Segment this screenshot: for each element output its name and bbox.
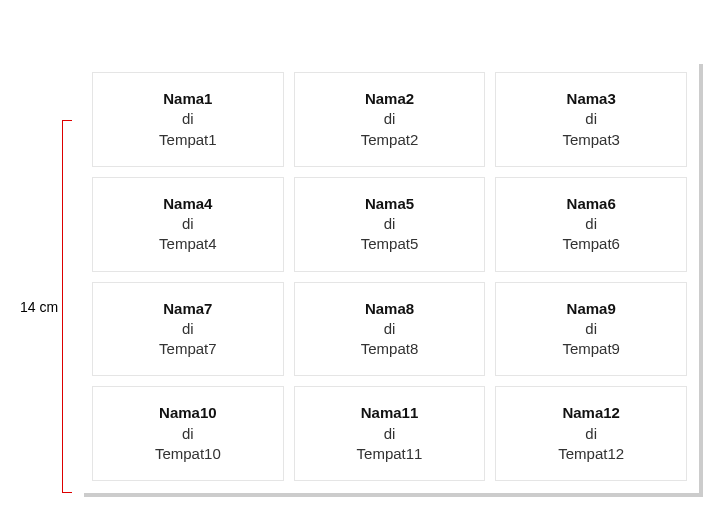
label-name: Nama7	[101, 299, 275, 319]
dimension-height-line	[62, 120, 72, 493]
label-grid: Nama1 di Tempat1 Nama2 di Tempat2 Nama3 …	[92, 72, 687, 481]
label-connector: di	[303, 109, 477, 129]
label-connector: di	[101, 214, 275, 234]
label-place: Tempat9	[504, 339, 678, 359]
label-card: Nama10 di Tempat10	[92, 386, 284, 481]
label-name: Nama9	[504, 299, 678, 319]
label-name: Nama5	[303, 194, 477, 214]
label-card: Nama5 di Tempat5	[294, 177, 486, 272]
label-place: Tempat6	[504, 234, 678, 254]
label-card: Nama4 di Tempat4	[92, 177, 284, 272]
label-connector: di	[303, 319, 477, 339]
dimension-height-label: 14 cm	[20, 299, 58, 315]
label-card: Nama12 di Tempat12	[495, 386, 687, 481]
label-place: Tempat8	[303, 339, 477, 359]
label-place: Tempat5	[303, 234, 477, 254]
label-connector: di	[303, 214, 477, 234]
label-place: Tempat10	[101, 444, 275, 464]
label-name: Nama4	[101, 194, 275, 214]
label-place: Tempat2	[303, 130, 477, 150]
label-place: Tempat12	[504, 444, 678, 464]
label-place: Tempat3	[504, 130, 678, 150]
label-connector: di	[504, 424, 678, 444]
label-place: Tempat1	[101, 130, 275, 150]
label-name: Nama8	[303, 299, 477, 319]
label-name: Nama3	[504, 89, 678, 109]
label-name: Nama2	[303, 89, 477, 109]
label-name: Nama10	[101, 403, 275, 423]
label-name: Nama12	[504, 403, 678, 423]
label-name: Nama6	[504, 194, 678, 214]
label-card: Nama2 di Tempat2	[294, 72, 486, 167]
label-sheet-diagram: 19,8 cm 14 cm Nama1 di Tempat1 Nama2 di …	[20, 60, 699, 493]
label-connector: di	[101, 319, 275, 339]
label-place: Tempat11	[303, 444, 477, 464]
label-name: Nama11	[303, 403, 477, 423]
label-card: Nama6 di Tempat6	[495, 177, 687, 272]
label-card: Nama8 di Tempat8	[294, 282, 486, 377]
label-connector: di	[504, 109, 678, 129]
label-connector: di	[101, 424, 275, 444]
label-connector: di	[504, 319, 678, 339]
label-connector: di	[504, 214, 678, 234]
label-sheet: Nama1 di Tempat1 Nama2 di Tempat2 Nama3 …	[80, 60, 699, 493]
label-card: Nama11 di Tempat11	[294, 386, 486, 481]
label-card: Nama9 di Tempat9	[495, 282, 687, 377]
dimension-left: 14 cm	[20, 120, 70, 493]
label-place: Tempat4	[101, 234, 275, 254]
label-card: Nama3 di Tempat3	[495, 72, 687, 167]
label-connector: di	[303, 424, 477, 444]
label-place: Tempat7	[101, 339, 275, 359]
label-name: Nama1	[101, 89, 275, 109]
label-connector: di	[101, 109, 275, 129]
label-card: Nama7 di Tempat7	[92, 282, 284, 377]
label-card: Nama1 di Tempat1	[92, 72, 284, 167]
